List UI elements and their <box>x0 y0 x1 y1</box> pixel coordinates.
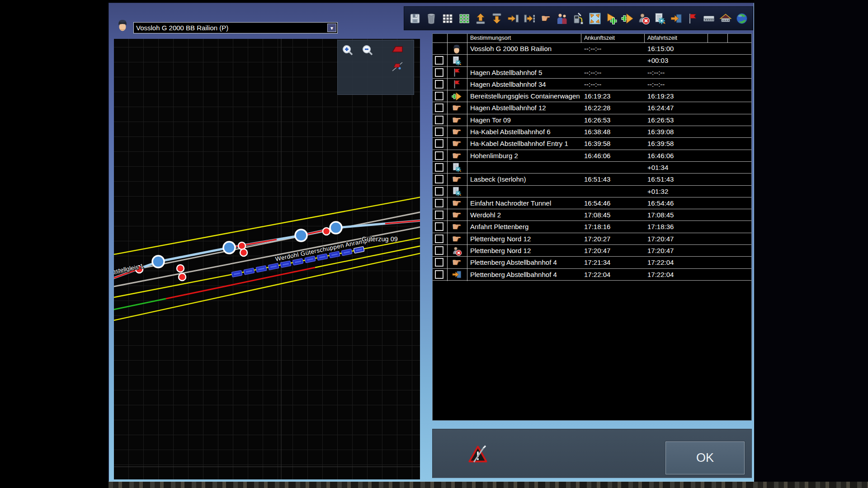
toolbar-button-depot[interactable] <box>718 11 733 26</box>
row-checkbox[interactable] <box>435 246 443 255</box>
track-map[interactable]: Abstellgleis 1 Werdohl Güterschuppen Anr… <box>114 39 420 479</box>
destination-cell: Hagen Abstellbahnhof 5 <box>470 69 542 76</box>
destination-cell: Werdohl 2 <box>470 211 501 219</box>
view-2d-button[interactable] <box>391 43 406 57</box>
departure-cell: 16:54:46 <box>647 199 674 207</box>
toolbar-button-schedule-settings[interactable] <box>653 11 667 26</box>
row-checkbox[interactable] <box>435 258 443 267</box>
row-checkbox[interactable] <box>435 175 443 183</box>
to-depot-icon <box>670 12 683 25</box>
arrival-cell: --:--:-- <box>584 45 601 52</box>
confirmation-panel: OK <box>432 429 752 478</box>
row-checkbox[interactable] <box>435 92 443 100</box>
departure-cell: +01:32 <box>647 188 668 195</box>
table-row[interactable]: ☛Hohenlimburg 216:46:0616:46:06 <box>433 150 751 162</box>
hand-icon: ☛ <box>452 210 462 221</box>
table-row[interactable]: +01:32 <box>433 186 751 197</box>
toolbar-button-plus-route[interactable] <box>620 11 635 26</box>
arrival-cell: 16:38:48 <box>584 128 610 136</box>
toolbar-button-flag[interactable] <box>685 11 700 26</box>
toolbar-button-world[interactable] <box>735 11 749 26</box>
row-checkbox[interactable] <box>435 103 443 112</box>
table-row[interactable]: ☛Plettenberg Nord 1217:20:2717:20:47 <box>433 233 751 245</box>
ok-button[interactable]: OK <box>665 441 745 474</box>
train-select[interactable]: Vossloh G 2000 BB Railion (P) ▼ <box>133 22 338 33</box>
table-row[interactable]: ☛Lasbeck (Iserlohn)16:51:4316:51:43 <box>433 174 751 185</box>
row-checkbox[interactable] <box>435 270 443 279</box>
row-checkbox[interactable] <box>435 151 443 160</box>
toolbar-button-center-view[interactable] <box>588 11 602 26</box>
header-destination[interactable]: Bestimmungsort <box>470 35 511 41</box>
toolbar-button-grid-active[interactable] <box>457 11 472 26</box>
toolbar-button-driver-remove[interactable] <box>637 11 651 26</box>
train-wagon <box>305 256 316 263</box>
toolbar-button-delete[interactable] <box>424 11 439 26</box>
table-row[interactable]: ☛Anfahrt Plettenberg17:18:1617:18:36 <box>433 221 751 233</box>
table-row[interactable]: ☛Hagen Tor 0916:26:5316:26:53 <box>433 114 751 126</box>
view-3d-button[interactable] <box>391 60 406 75</box>
table-row[interactable]: ☛Werdohl 217:08:4517:08:45 <box>433 209 751 221</box>
table-row[interactable]: ☛Plettenberg Abstellbahnhof 417:21:3417:… <box>433 257 751 268</box>
row-checkbox[interactable] <box>435 187 443 196</box>
hand-icon: ☛ <box>452 234 462 244</box>
toolbar-button-move-down[interactable] <box>490 11 504 26</box>
toolbar-button-route-plus[interactable] <box>604 11 618 26</box>
plus-route-icon <box>621 12 634 25</box>
table-row[interactable]: Hagen Abstellbahnhof 5--:--:----:--:-- <box>433 67 751 79</box>
departure-cell: 16:51:43 <box>647 175 674 183</box>
driver-remove-icon <box>637 12 650 25</box>
insert-right-icon <box>507 12 519 25</box>
row-checkbox[interactable] <box>435 222 443 231</box>
table-row[interactable]: Vossloh G 2000 BB Railion--:--:--16:15:0… <box>433 43 751 55</box>
departure-cell: 16:15:00 <box>647 45 674 52</box>
row-checkbox[interactable] <box>435 68 443 77</box>
zoom-in-button[interactable] <box>341 44 356 58</box>
header-arrival[interactable]: Ankunftszeit <box>584 35 615 41</box>
toolbar-button-insert-right[interactable] <box>506 11 520 26</box>
table-row[interactable]: ☛Ha-Kabel Abstellbahnhof 616:38:4816:39:… <box>433 126 751 138</box>
passengers-icon <box>556 12 568 25</box>
destination-cell: Vossloh G 2000 BB Railion <box>470 45 552 52</box>
departure-cell: 17:20:47 <box>647 235 674 243</box>
train-wagon <box>329 251 340 258</box>
toolbar-button-to-depot[interactable] <box>669 11 684 26</box>
toolbar-button-grid-all[interactable] <box>440 11 455 26</box>
train-wagon <box>256 266 267 272</box>
row-checkbox[interactable] <box>435 127 443 136</box>
table-row[interactable]: Hagen Abstellbahnhof 34--:--:----:--:-- <box>433 79 751 90</box>
destination-cell: Lasbeck (Iserlohn) <box>470 175 526 183</box>
row-checkbox[interactable] <box>435 116 443 124</box>
hand-icon: ☛ <box>452 174 462 185</box>
toolbar-button-move-up[interactable] <box>473 11 488 26</box>
table-row[interactable]: Bereitstellungsgleis Containerwagen16:19… <box>433 90 751 102</box>
table-row[interactable]: ☛Einfahrt Nachrodter Tunnel16:54:4616:54… <box>433 197 751 209</box>
table-row[interactable]: ☛Ha-Kabel Abstellbahnhof Entry 116:39:58… <box>433 138 751 150</box>
toolbar-button-platform[interactable] <box>702 11 716 26</box>
table-row[interactable]: +01:34 <box>433 162 751 174</box>
arrival-cell: 16:22:28 <box>584 104 610 112</box>
arrival-cell: --:--:-- <box>584 69 601 76</box>
zoom-out-button[interactable] <box>361 44 376 58</box>
row-checkbox[interactable] <box>435 80 443 89</box>
header-divider <box>467 34 467 42</box>
train-name-label: Güterzug 09 <box>362 235 398 243</box>
header-departure[interactable]: Abfahrtszeit <box>647 35 677 41</box>
table-row[interactable]: +00:03 <box>433 55 751 66</box>
table-row[interactable]: ☛Hagen Abstellbahnhof 1216:22:2816:24:47 <box>433 102 751 114</box>
row-checkbox[interactable] <box>435 199 443 207</box>
chevron-down-icon[interactable]: ▼ <box>327 23 336 32</box>
toolbar-button-save[interactable] <box>408 11 422 26</box>
toolbar-button-extract-right[interactable] <box>522 11 537 26</box>
arrival-cell: 16:46:06 <box>584 152 610 160</box>
row-checkbox[interactable] <box>435 211 443 219</box>
row-checkbox[interactable] <box>435 163 443 172</box>
toolbar-button-passengers[interactable] <box>555 11 569 26</box>
arrival-cell: 16:54:46 <box>584 199 610 207</box>
row-checkbox[interactable] <box>435 235 443 243</box>
row-checkbox[interactable] <box>435 139 443 148</box>
table-row[interactable]: Plettenberg Abstellbahnhof 417:22:0417:2… <box>433 269 751 281</box>
table-row[interactable]: Plettenberg Nord 1217:20:4717:20:47 <box>433 245 751 257</box>
row-checkbox[interactable] <box>435 56 443 65</box>
toolbar-button-fuel[interactable] <box>571 11 585 26</box>
toolbar-button-hand[interactable]: ☛ <box>538 11 553 26</box>
